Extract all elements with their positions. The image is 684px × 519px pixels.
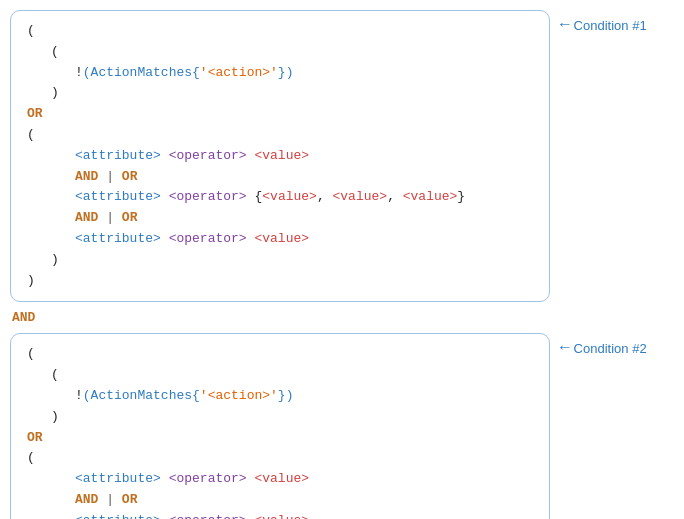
attribute: <attribute> bbox=[75, 231, 161, 246]
line-c1-8: AND | OR bbox=[27, 167, 533, 188]
condition2-box: ( ( !(ActionMatches{'<action>'}) ) OR ( … bbox=[10, 333, 550, 519]
paren: ( bbox=[27, 23, 35, 38]
line-c1-7: <attribute> <operator> <value> bbox=[27, 146, 533, 167]
line-c1-1: ( bbox=[27, 21, 533, 42]
line-c1-3: !(ActionMatches{'<action>'}) bbox=[27, 63, 533, 84]
paren: ( bbox=[27, 450, 35, 465]
line-c1-12: ) bbox=[27, 250, 533, 271]
value: <value> bbox=[262, 189, 317, 204]
pipe: | bbox=[106, 492, 122, 507]
attribute: <attribute> bbox=[75, 513, 161, 519]
operator: <operator> bbox=[169, 513, 247, 519]
line-c2-5: OR bbox=[27, 428, 533, 449]
line-c2-6: ( bbox=[27, 448, 533, 469]
value2: <value> bbox=[333, 189, 388, 204]
operator: <operator> bbox=[169, 231, 247, 246]
function-end: }) bbox=[278, 65, 294, 80]
line-c1-5: OR bbox=[27, 104, 533, 125]
paren: ( bbox=[27, 346, 35, 361]
line-c1-2: ( bbox=[27, 42, 533, 63]
value: <value> bbox=[254, 513, 309, 519]
value: <value> bbox=[254, 471, 309, 486]
condition1-wrapper: ( ( !(ActionMatches{'<action>'}) ) OR ( … bbox=[10, 10, 674, 302]
value3: <value> bbox=[403, 189, 458, 204]
pipe: | bbox=[106, 169, 122, 184]
line-c2-3: !(ActionMatches{'<action>'}) bbox=[27, 386, 533, 407]
or-keyword: OR bbox=[27, 430, 43, 445]
paren: ) bbox=[51, 252, 59, 267]
value: <value> bbox=[254, 231, 309, 246]
line-c1-13: ) bbox=[27, 271, 533, 292]
operator: <operator> bbox=[169, 148, 247, 163]
and-keyword2: AND bbox=[75, 210, 98, 225]
condition1-box: ( ( !(ActionMatches{'<action>'}) ) OR ( … bbox=[10, 10, 550, 302]
or-keyword2: OR bbox=[122, 169, 138, 184]
line-c1-9: <attribute> <operator> {<value>, <value>… bbox=[27, 187, 533, 208]
and-keyword: AND bbox=[75, 169, 98, 184]
line-c1-6: ( bbox=[27, 125, 533, 146]
paren: ( bbox=[51, 367, 59, 382]
condition2-wrapper: ( ( !(ActionMatches{'<action>'}) ) OR ( … bbox=[10, 333, 674, 519]
pipe2: | bbox=[106, 210, 122, 225]
arrow-icon: ← bbox=[560, 16, 570, 34]
paren: ) bbox=[27, 273, 35, 288]
brace: , bbox=[317, 189, 325, 204]
value: <value> bbox=[254, 148, 309, 163]
or-keyword3: OR bbox=[122, 210, 138, 225]
paren: ! bbox=[75, 65, 83, 80]
attribute: <attribute> bbox=[75, 148, 161, 163]
arrow-icon: ← bbox=[560, 339, 570, 357]
operator: <operator> bbox=[169, 471, 247, 486]
attribute: <attribute> bbox=[75, 189, 161, 204]
condition1-annotation: ← Condition #1 bbox=[560, 16, 647, 34]
paren: ) bbox=[51, 409, 59, 424]
line-c2-4: ) bbox=[27, 407, 533, 428]
or-keyword: OR bbox=[27, 106, 43, 121]
string-val: '<action>' bbox=[200, 65, 278, 80]
page-container: ( ( !(ActionMatches{'<action>'}) ) OR ( … bbox=[10, 10, 674, 519]
line-c1-4: ) bbox=[27, 83, 533, 104]
line-c2-2: ( bbox=[27, 365, 533, 386]
attribute: <attribute> bbox=[75, 471, 161, 486]
and-separator: AND bbox=[10, 310, 674, 325]
or-keyword2: OR bbox=[122, 492, 138, 507]
paren: ( bbox=[27, 127, 35, 142]
paren: ( bbox=[51, 44, 59, 59]
condition2-label: Condition #2 bbox=[574, 341, 647, 356]
string-val: '<action>' bbox=[200, 388, 278, 403]
operator: <operator> bbox=[169, 189, 247, 204]
line-c1-10: AND | OR bbox=[27, 208, 533, 229]
brace-close: } bbox=[457, 189, 465, 204]
paren: ) bbox=[51, 85, 59, 100]
line-c1-11: <attribute> <operator> <value> bbox=[27, 229, 533, 250]
function-name: (ActionMatches{ bbox=[83, 388, 200, 403]
and-keyword: AND bbox=[75, 492, 98, 507]
line-c2-1: ( bbox=[27, 344, 533, 365]
line-c2-8: AND | OR bbox=[27, 490, 533, 511]
condition1-label: Condition #1 bbox=[574, 18, 647, 33]
function-name: (ActionMatches{ bbox=[83, 65, 200, 80]
paren: ! bbox=[75, 388, 83, 403]
line-c2-9: <attribute> <operator> <value> bbox=[27, 511, 533, 519]
line-c2-7: <attribute> <operator> <value> bbox=[27, 469, 533, 490]
function-end: }) bbox=[278, 388, 294, 403]
condition2-annotation: ← Condition #2 bbox=[560, 339, 647, 357]
